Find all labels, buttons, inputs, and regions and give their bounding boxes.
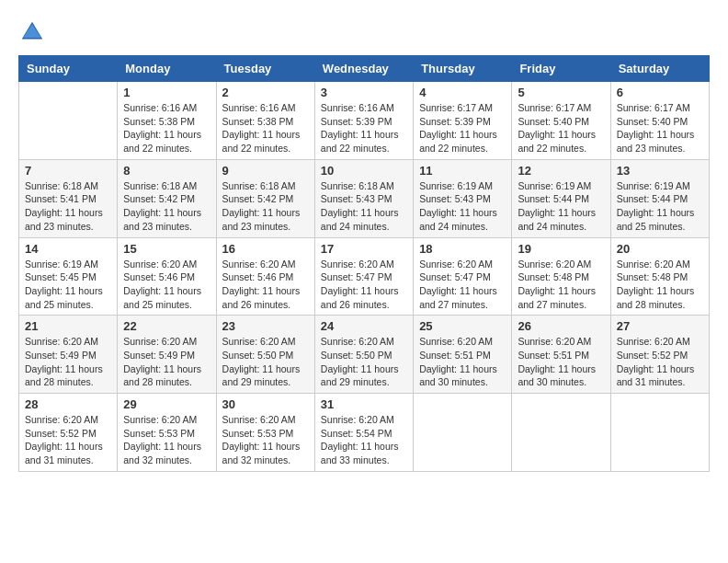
- day-info: Sunrise: 6:17 AM Sunset: 5:40 PM Dayligh…: [617, 101, 703, 155]
- day-info: Sunrise: 6:19 AM Sunset: 5:45 PM Dayligh…: [25, 258, 111, 312]
- calendar-cell: 5Sunrise: 6:17 AM Sunset: 5:40 PM Daylig…: [512, 82, 610, 160]
- day-number: 9: [222, 164, 309, 178]
- calendar-week-row: 1Sunrise: 6:16 AM Sunset: 5:38 PM Daylig…: [19, 82, 710, 160]
- calendar-cell: 12Sunrise: 6:19 AM Sunset: 5:44 PM Dayli…: [512, 159, 610, 237]
- day-info: Sunrise: 6:20 AM Sunset: 5:47 PM Dayligh…: [419, 258, 506, 312]
- calendar-week-row: 7Sunrise: 6:18 AM Sunset: 5:41 PM Daylig…: [19, 159, 710, 237]
- day-info: Sunrise: 6:17 AM Sunset: 5:40 PM Dayligh…: [518, 101, 604, 155]
- calendar-week-row: 28Sunrise: 6:20 AM Sunset: 5:52 PM Dayli…: [19, 394, 710, 472]
- calendar-cell: [19, 82, 118, 160]
- day-number: 30: [222, 397, 309, 411]
- day-number: 8: [123, 164, 210, 178]
- calendar-cell: 24Sunrise: 6:20 AM Sunset: 5:50 PM Dayli…: [314, 316, 413, 394]
- calendar-cell: 23Sunrise: 6:20 AM Sunset: 5:50 PM Dayli…: [216, 316, 314, 394]
- day-info: Sunrise: 6:19 AM Sunset: 5:44 PM Dayligh…: [518, 179, 604, 234]
- day-info: Sunrise: 6:20 AM Sunset: 5:50 PM Dayligh…: [321, 335, 407, 389]
- day-number: 24: [321, 319, 407, 333]
- calendar-cell: 19Sunrise: 6:20 AM Sunset: 5:48 PM Dayli…: [512, 237, 610, 316]
- calendar-cell: 25Sunrise: 6:20 AM Sunset: 5:51 PM Dayli…: [414, 316, 512, 394]
- calendar-cell: 31Sunrise: 6:20 AM Sunset: 5:54 PM Dayli…: [314, 394, 413, 472]
- calendar-cell: 3Sunrise: 6:16 AM Sunset: 5:39 PM Daylig…: [314, 82, 413, 160]
- calendar-cell: 4Sunrise: 6:17 AM Sunset: 5:39 PM Daylig…: [414, 82, 512, 160]
- calendar-cell: 9Sunrise: 6:18 AM Sunset: 5:42 PM Daylig…: [216, 159, 314, 237]
- day-info: Sunrise: 6:20 AM Sunset: 5:52 PM Dayligh…: [617, 335, 703, 389]
- calendar-cell: 6Sunrise: 6:17 AM Sunset: 5:40 PM Daylig…: [610, 82, 709, 160]
- calendar-table: SundayMondayTuesdayWednesdayThursdayFrid…: [18, 55, 710, 472]
- day-info: Sunrise: 6:20 AM Sunset: 5:54 PM Dayligh…: [321, 413, 407, 467]
- day-info: Sunrise: 6:20 AM Sunset: 5:53 PM Dayligh…: [222, 413, 309, 467]
- day-number: 29: [123, 397, 210, 411]
- day-number: 21: [25, 319, 111, 333]
- day-number: 23: [222, 319, 309, 333]
- calendar-cell: 2Sunrise: 6:16 AM Sunset: 5:38 PM Daylig…: [216, 82, 314, 160]
- day-number: 28: [25, 397, 111, 411]
- calendar-cell: 11Sunrise: 6:19 AM Sunset: 5:43 PM Dayli…: [414, 159, 512, 237]
- day-info: Sunrise: 6:20 AM Sunset: 5:46 PM Dayligh…: [123, 258, 210, 312]
- calendar-header-monday: Monday: [118, 56, 216, 82]
- calendar-cell: 15Sunrise: 6:20 AM Sunset: 5:46 PM Dayli…: [118, 237, 216, 316]
- logo-icon: [18, 18, 46, 46]
- day-number: 5: [518, 86, 604, 99]
- calendar-cell: 26Sunrise: 6:20 AM Sunset: 5:51 PM Dayli…: [512, 316, 610, 394]
- calendar-cell: 27Sunrise: 6:20 AM Sunset: 5:52 PM Dayli…: [610, 316, 709, 394]
- day-info: Sunrise: 6:18 AM Sunset: 5:41 PM Dayligh…: [25, 179, 111, 234]
- calendar-cell: 10Sunrise: 6:18 AM Sunset: 5:43 PM Dayli…: [314, 159, 413, 237]
- calendar-header-wednesday: Wednesday: [314, 56, 413, 82]
- calendar-cell: 14Sunrise: 6:19 AM Sunset: 5:45 PM Dayli…: [19, 237, 118, 316]
- day-info: Sunrise: 6:20 AM Sunset: 5:48 PM Dayligh…: [518, 258, 604, 312]
- day-info: Sunrise: 6:20 AM Sunset: 5:52 PM Dayligh…: [25, 413, 111, 467]
- day-info: Sunrise: 6:18 AM Sunset: 5:43 PM Dayligh…: [321, 179, 407, 234]
- day-number: 18: [419, 242, 506, 256]
- calendar-cell: 13Sunrise: 6:19 AM Sunset: 5:44 PM Dayli…: [610, 159, 709, 237]
- day-info: Sunrise: 6:17 AM Sunset: 5:39 PM Dayligh…: [419, 101, 506, 155]
- calendar-cell: [610, 394, 709, 472]
- day-number: 4: [419, 86, 506, 99]
- day-info: Sunrise: 6:20 AM Sunset: 5:47 PM Dayligh…: [321, 258, 407, 312]
- calendar-cell: 30Sunrise: 6:20 AM Sunset: 5:53 PM Dayli…: [216, 394, 314, 472]
- day-number: 19: [518, 242, 604, 256]
- day-info: Sunrise: 6:16 AM Sunset: 5:38 PM Dayligh…: [222, 101, 309, 155]
- calendar-cell: [414, 394, 512, 472]
- day-info: Sunrise: 6:20 AM Sunset: 5:49 PM Dayligh…: [123, 335, 210, 389]
- day-number: 16: [222, 242, 309, 256]
- day-number: 27: [617, 319, 703, 333]
- day-info: Sunrise: 6:20 AM Sunset: 5:51 PM Dayligh…: [419, 335, 506, 389]
- calendar-cell: 1Sunrise: 6:16 AM Sunset: 5:38 PM Daylig…: [118, 82, 216, 160]
- day-number: 6: [617, 86, 703, 99]
- svg-marker-1: [23, 24, 41, 38]
- calendar-header-row: SundayMondayTuesdayWednesdayThursdayFrid…: [19, 56, 710, 82]
- calendar-header-thursday: Thursday: [414, 56, 512, 82]
- day-number: 25: [419, 319, 506, 333]
- calendar-cell: 20Sunrise: 6:20 AM Sunset: 5:48 PM Dayli…: [610, 237, 709, 316]
- day-info: Sunrise: 6:16 AM Sunset: 5:38 PM Dayligh…: [123, 101, 210, 155]
- day-number: 3: [321, 86, 407, 99]
- calendar-cell: 16Sunrise: 6:20 AM Sunset: 5:46 PM Dayli…: [216, 237, 314, 316]
- day-info: Sunrise: 6:20 AM Sunset: 5:51 PM Dayligh…: [518, 335, 604, 389]
- calendar-cell: 17Sunrise: 6:20 AM Sunset: 5:47 PM Dayli…: [314, 237, 413, 316]
- calendar-cell: 21Sunrise: 6:20 AM Sunset: 5:49 PM Dayli…: [19, 316, 118, 394]
- day-number: 22: [123, 319, 210, 333]
- day-number: 17: [321, 242, 407, 256]
- calendar-week-row: 14Sunrise: 6:19 AM Sunset: 5:45 PM Dayli…: [19, 237, 710, 316]
- day-number: 26: [518, 319, 604, 333]
- day-number: 12: [518, 164, 604, 178]
- day-number: 14: [25, 242, 111, 256]
- day-info: Sunrise: 6:18 AM Sunset: 5:42 PM Dayligh…: [123, 179, 210, 234]
- calendar-cell: 29Sunrise: 6:20 AM Sunset: 5:53 PM Dayli…: [118, 394, 216, 472]
- calendar-header-sunday: Sunday: [19, 56, 118, 82]
- day-info: Sunrise: 6:20 AM Sunset: 5:50 PM Dayligh…: [222, 335, 309, 389]
- day-number: 2: [222, 86, 309, 99]
- day-number: 1: [123, 86, 210, 99]
- calendar-cell: 28Sunrise: 6:20 AM Sunset: 5:52 PM Dayli…: [19, 394, 118, 472]
- day-info: Sunrise: 6:20 AM Sunset: 5:48 PM Dayligh…: [617, 258, 703, 312]
- day-info: Sunrise: 6:16 AM Sunset: 5:39 PM Dayligh…: [321, 101, 407, 155]
- day-info: Sunrise: 6:19 AM Sunset: 5:44 PM Dayligh…: [617, 179, 703, 234]
- day-info: Sunrise: 6:20 AM Sunset: 5:46 PM Dayligh…: [222, 258, 309, 312]
- day-number: 15: [123, 242, 210, 256]
- day-number: 10: [321, 164, 407, 178]
- logo: [18, 18, 50, 46]
- calendar-header-friday: Friday: [512, 56, 610, 82]
- day-info: Sunrise: 6:20 AM Sunset: 5:53 PM Dayligh…: [123, 413, 210, 467]
- day-number: 11: [419, 164, 506, 178]
- calendar-cell: 7Sunrise: 6:18 AM Sunset: 5:41 PM Daylig…: [19, 159, 118, 237]
